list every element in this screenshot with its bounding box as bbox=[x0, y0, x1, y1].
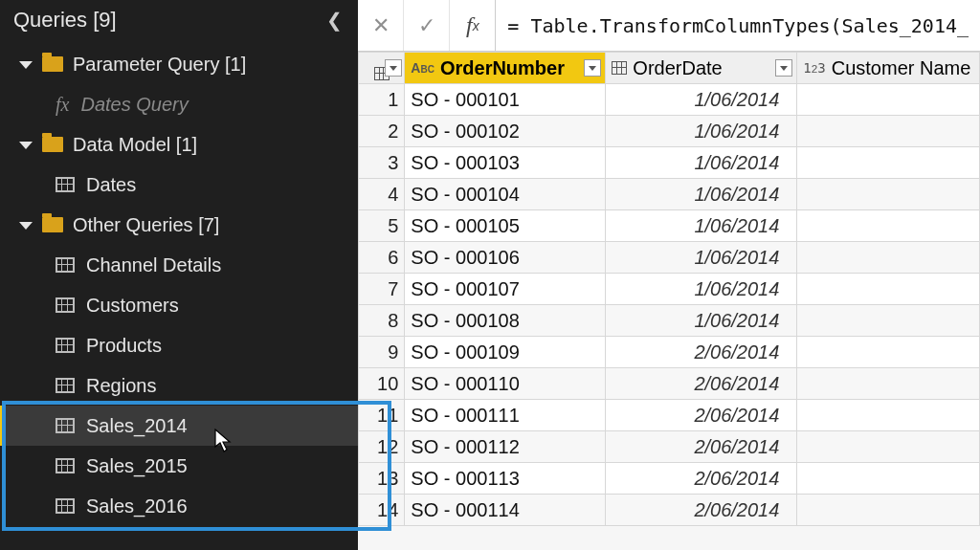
cell-customername[interactable] bbox=[797, 495, 980, 526]
cell-ordernumber[interactable]: SO - 000104 bbox=[405, 179, 606, 210]
cell-customername[interactable] bbox=[797, 274, 980, 305]
cell-orderdate[interactable]: 2/06/2014 bbox=[606, 463, 797, 495]
cell-customername[interactable] bbox=[797, 305, 980, 337]
cell-orderdate[interactable]: 1/06/2014 bbox=[606, 179, 797, 210]
table-menu-dropdown[interactable] bbox=[385, 59, 402, 77]
column-header-orderdate[interactable]: OrderDate bbox=[606, 53, 797, 84]
table-row[interactable]: 13 SO - 000113 2/06/2014 bbox=[359, 463, 980, 495]
cell-customername[interactable] bbox=[797, 400, 980, 431]
table-row[interactable]: 3 SO - 000103 1/06/2014 bbox=[359, 147, 980, 179]
cell-ordernumber[interactable]: SO - 000107 bbox=[405, 274, 606, 305]
cell-orderdate[interactable]: 1/06/2014 bbox=[606, 305, 797, 337]
row-number[interactable]: 2 bbox=[359, 116, 405, 147]
table-row[interactable]: 1 SO - 000101 1/06/2014 bbox=[359, 84, 980, 116]
cell-customername[interactable] bbox=[797, 84, 980, 116]
cell-ordernumber[interactable]: SO - 000106 bbox=[405, 242, 606, 274]
cell-orderdate[interactable]: 2/06/2014 bbox=[606, 431, 797, 463]
cell-orderdate[interactable]: 2/06/2014 bbox=[606, 337, 797, 368]
column-filter-dropdown[interactable] bbox=[584, 59, 601, 77]
cell-ordernumber[interactable]: SO - 000108 bbox=[405, 305, 606, 337]
collapse-sidebar-icon[interactable]: ❮ bbox=[326, 9, 343, 32]
cell-ordernumber[interactable]: SO - 000111 bbox=[405, 400, 606, 431]
fx-query-item[interactable]: fx Dates Query bbox=[0, 84, 358, 124]
cell-customername[interactable] bbox=[797, 463, 980, 495]
row-number[interactable]: 5 bbox=[359, 210, 405, 242]
cell-ordernumber[interactable]: SO - 000102 bbox=[405, 116, 606, 147]
commit-formula-button[interactable]: ✓ bbox=[404, 0, 450, 51]
row-number[interactable]: 12 bbox=[359, 431, 405, 463]
table-query-item[interactable]: Customers bbox=[0, 285, 358, 325]
row-number[interactable]: 6 bbox=[359, 242, 405, 274]
cell-customername[interactable] bbox=[797, 210, 980, 242]
row-number[interactable]: 7 bbox=[359, 274, 405, 305]
row-number[interactable]: 14 bbox=[359, 495, 405, 526]
fx-icon[interactable]: fx bbox=[450, 0, 496, 51]
cell-orderdate[interactable]: 1/06/2014 bbox=[606, 210, 797, 242]
cell-orderdate[interactable]: 2/06/2014 bbox=[606, 400, 797, 431]
table-row[interactable]: 7 SO - 000107 1/06/2014 bbox=[359, 274, 980, 305]
query-group[interactable]: Parameter Query [1] bbox=[0, 44, 358, 84]
row-number[interactable]: 8 bbox=[359, 305, 405, 337]
cell-orderdate[interactable]: 1/06/2014 bbox=[606, 84, 797, 116]
table-query-item[interactable]: Channel Details bbox=[0, 245, 358, 285]
table-row[interactable]: 14 SO - 000114 2/06/2014 bbox=[359, 495, 980, 526]
column-filter-dropdown[interactable] bbox=[775, 59, 792, 77]
row-number[interactable]: 1 bbox=[359, 84, 405, 116]
table-row[interactable]: 8 SO - 000108 1/06/2014 bbox=[359, 305, 980, 337]
table-query-item[interactable]: Dates bbox=[0, 165, 358, 205]
table-row[interactable]: 9 SO - 000109 2/06/2014 bbox=[359, 337, 980, 368]
query-group[interactable]: Other Queries [7] bbox=[0, 205, 358, 245]
cell-ordernumber[interactable]: SO - 000109 bbox=[405, 337, 606, 368]
formula-input[interactable]: = Table.TransformColumnTypes(Sales_2014_ bbox=[496, 14, 980, 37]
table-row[interactable]: 5 SO - 000105 1/06/2014 bbox=[359, 210, 980, 242]
cell-orderdate[interactable]: 2/06/2014 bbox=[606, 495, 797, 526]
row-number[interactable]: 4 bbox=[359, 179, 405, 210]
column-label: OrderDate bbox=[633, 57, 722, 79]
cell-orderdate[interactable]: 1/06/2014 bbox=[606, 116, 797, 147]
cancel-formula-button[interactable]: ✕ bbox=[358, 0, 404, 51]
cell-ordernumber[interactable]: SO - 000114 bbox=[405, 495, 606, 526]
cell-customername[interactable] bbox=[797, 368, 980, 400]
query-group[interactable]: Data Model [1] bbox=[0, 124, 358, 165]
cell-orderdate[interactable]: 1/06/2014 bbox=[606, 147, 797, 179]
cell-customername[interactable] bbox=[797, 179, 980, 210]
table-row[interactable]: 4 SO - 000104 1/06/2014 bbox=[359, 179, 980, 210]
table-query-item[interactable]: Sales_2015 bbox=[0, 446, 358, 486]
column-header-ordernumber[interactable]: ABC OrderNumber bbox=[405, 53, 606, 84]
table-query-item[interactable]: Products bbox=[0, 325, 358, 365]
row-number[interactable]: 3 bbox=[359, 147, 405, 179]
cell-customername[interactable] bbox=[797, 337, 980, 368]
cell-customername[interactable] bbox=[797, 242, 980, 274]
cell-ordernumber[interactable]: SO - 000112 bbox=[405, 431, 606, 463]
cell-orderdate[interactable]: 1/06/2014 bbox=[606, 274, 797, 305]
column-header-customername[interactable]: 123 Customer Name bbox=[797, 53, 980, 84]
table-query-item[interactable]: Sales_2016 bbox=[0, 486, 358, 526]
table-icon bbox=[56, 458, 75, 473]
table-query-item[interactable]: Regions bbox=[0, 365, 358, 406]
row-number[interactable]: 11 bbox=[359, 400, 405, 431]
table-icon bbox=[56, 378, 75, 393]
cell-customername[interactable] bbox=[797, 147, 980, 179]
cell-orderdate[interactable]: 1/06/2014 bbox=[606, 242, 797, 274]
row-number[interactable]: 9 bbox=[359, 337, 405, 368]
table-row[interactable]: 12 SO - 000112 2/06/2014 bbox=[359, 431, 980, 463]
query-label: Regions bbox=[86, 375, 156, 397]
table-query-item[interactable]: Sales_2014 bbox=[0, 406, 358, 446]
cell-ordernumber[interactable]: SO - 000113 bbox=[405, 463, 606, 495]
cell-customername[interactable] bbox=[797, 431, 980, 463]
table-row[interactable]: 2 SO - 000102 1/06/2014 bbox=[359, 116, 980, 147]
cell-ordernumber[interactable]: SO - 000103 bbox=[405, 147, 606, 179]
row-number[interactable]: 13 bbox=[359, 463, 405, 495]
cell-ordernumber[interactable]: SO - 000110 bbox=[405, 368, 606, 400]
select-all-corner[interactable] bbox=[359, 53, 405, 84]
cell-customername[interactable] bbox=[797, 116, 980, 147]
table-row[interactable]: 6 SO - 000106 1/06/2014 bbox=[359, 242, 980, 274]
cell-orderdate[interactable]: 2/06/2014 bbox=[606, 368, 797, 400]
table-row[interactable]: 11 SO - 000111 2/06/2014 bbox=[359, 400, 980, 431]
cell-ordernumber[interactable]: SO - 000101 bbox=[405, 84, 606, 116]
table-row[interactable]: 10 SO - 000110 2/06/2014 bbox=[359, 368, 980, 400]
sidebar-title: Queries [9] bbox=[13, 8, 117, 33]
group-label: Data Model [1] bbox=[73, 134, 197, 156]
cell-ordernumber[interactable]: SO - 000105 bbox=[405, 210, 606, 242]
row-number[interactable]: 10 bbox=[359, 368, 405, 400]
